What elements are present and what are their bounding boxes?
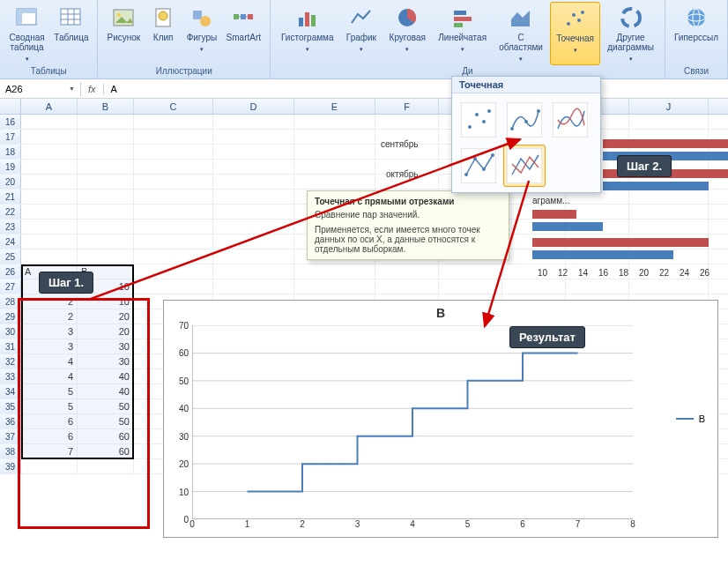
row-header[interactable]: 31 <box>0 339 21 354</box>
cell[interactable] <box>134 160 213 174</box>
row-header[interactable]: 38 <box>0 444 21 458</box>
bar-chart-button[interactable]: Линейчатая ▾ <box>433 2 492 65</box>
cell[interactable] <box>213 130 294 144</box>
scatter-smooth-lines[interactable] <box>549 99 591 141</box>
cell[interactable] <box>21 115 78 129</box>
row-header[interactable]: 22 <box>0 205 21 219</box>
row-header[interactable]: 23 <box>0 220 21 234</box>
cell[interactable]: 30 <box>78 339 134 354</box>
cell[interactable] <box>213 220 294 234</box>
row-header[interactable]: 37 <box>0 429 21 443</box>
cell[interactable] <box>21 249 78 264</box>
cell[interactable] <box>134 190 213 204</box>
cell[interactable] <box>134 235 213 249</box>
cell[interactable] <box>21 235 78 249</box>
pivot-table-button[interactable]: Сводная таблица ▾ <box>5 2 48 65</box>
cell[interactable] <box>21 220 78 234</box>
cell[interactable]: 5 <box>21 399 78 413</box>
cell[interactable]: 6 <box>21 414 78 428</box>
row-header[interactable]: 16 <box>0 115 21 129</box>
pie-chart-button[interactable]: Круговая ▾ <box>383 2 431 65</box>
cell[interactable]: 60 <box>78 444 134 458</box>
scatter-markers-only[interactable] <box>457 99 500 141</box>
cell[interactable] <box>213 279 294 294</box>
row-header[interactable]: 35 <box>0 399 21 413</box>
name-box[interactable]: A26▼ <box>0 82 81 96</box>
cell[interactable]: 4 <box>21 369 78 384</box>
cell[interactable] <box>78 249 134 264</box>
row-header[interactable]: 32 <box>0 354 21 369</box>
cell[interactable] <box>629 279 709 294</box>
row-header[interactable]: 18 <box>0 145 21 159</box>
cell[interactable]: 3 <box>21 339 78 354</box>
cell[interactable] <box>134 264 213 279</box>
cell[interactable] <box>213 145 294 159</box>
cell[interactable] <box>134 130 213 144</box>
cell[interactable] <box>134 175 213 189</box>
clip-button[interactable]: Клип <box>145 2 181 65</box>
area-chart-button[interactable]: С областями ▾ <box>494 2 548 65</box>
cell[interactable] <box>294 130 375 144</box>
cell[interactable] <box>134 220 213 234</box>
cell[interactable]: 4 <box>21 354 78 369</box>
cell[interactable] <box>213 175 294 189</box>
cell[interactable] <box>21 145 78 159</box>
cell[interactable]: 60 <box>78 429 134 443</box>
cell[interactable]: 2 <box>21 309 78 324</box>
cell[interactable] <box>294 279 375 294</box>
row-header[interactable]: 36 <box>0 414 21 428</box>
cell[interactable] <box>629 190 709 204</box>
scatter-straight-lines[interactable] <box>503 145 546 187</box>
table-button[interactable]: Таблица <box>50 2 92 65</box>
cell[interactable] <box>375 264 439 279</box>
cell[interactable] <box>439 279 502 294</box>
cell[interactable] <box>375 115 439 129</box>
cell[interactable] <box>78 130 134 144</box>
cell[interactable] <box>78 205 134 219</box>
row-header[interactable]: 34 <box>0 384 21 398</box>
cell[interactable] <box>213 249 294 264</box>
row-header[interactable]: 33 <box>0 369 21 384</box>
hyperlink-button[interactable]: Гиперссыл <box>671 2 722 65</box>
cell[interactable] <box>566 279 629 294</box>
cell[interactable]: 40 <box>78 384 134 398</box>
cell[interactable]: 20 <box>78 324 134 339</box>
col-header-B[interactable]: B <box>78 99 134 114</box>
row-header[interactable]: 30 <box>0 324 21 339</box>
row-header[interactable]: 20 <box>0 175 21 189</box>
row-header[interactable]: 27 <box>0 279 21 294</box>
col-header-J[interactable]: J <box>629 99 709 114</box>
cell[interactable] <box>294 115 375 129</box>
col-header-E[interactable]: E <box>294 99 375 114</box>
select-all-corner[interactable] <box>0 99 21 114</box>
row-header[interactable]: 21 <box>0 190 21 204</box>
cell[interactable] <box>78 459 134 473</box>
cell[interactable] <box>78 175 134 189</box>
cell[interactable] <box>629 220 709 234</box>
col-header-C[interactable]: C <box>134 99 213 114</box>
cell[interactable] <box>629 205 709 219</box>
scatter-chart-button[interactable]: Точечная ▾ <box>550 2 600 65</box>
row-header[interactable]: 39 <box>0 459 21 473</box>
cell[interactable] <box>78 115 134 129</box>
cell[interactable] <box>294 175 375 189</box>
cell[interactable]: 40 <box>78 369 134 384</box>
cell[interactable]: 5 <box>21 384 78 398</box>
cell[interactable]: 50 <box>78 399 134 413</box>
formula-bar[interactable]: A <box>104 82 728 96</box>
cell[interactable] <box>21 175 78 189</box>
cell[interactable]: 10 <box>78 294 134 309</box>
row-header[interactable]: 29 <box>0 309 21 324</box>
cell[interactable]: 50 <box>78 414 134 428</box>
cell[interactable] <box>213 205 294 219</box>
cell[interactable]: 2 <box>21 294 78 309</box>
row-header[interactable]: 28 <box>0 294 21 309</box>
row-header[interactable]: 19 <box>0 160 21 174</box>
cell[interactable] <box>21 130 78 144</box>
col-header-D[interactable]: D <box>213 99 294 114</box>
cell[interactable] <box>439 264 502 279</box>
col-header-A[interactable]: A <box>21 99 78 114</box>
row-header[interactable]: 25 <box>0 249 21 264</box>
cell[interactable]: 3 <box>21 324 78 339</box>
other-charts-button[interactable]: Другие диаграммы ▾ <box>602 2 659 65</box>
